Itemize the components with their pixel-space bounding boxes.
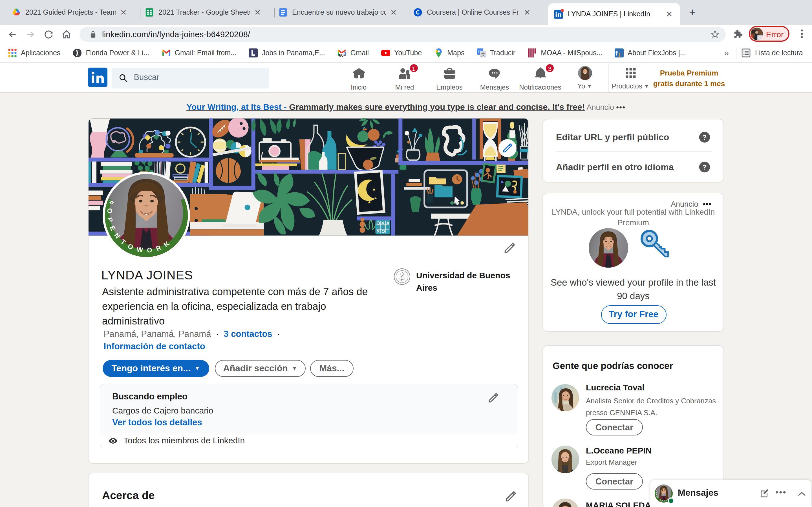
svg-text:文: 文: [481, 52, 486, 57]
svg-text:?: ?: [703, 163, 707, 171]
svg-text:j: j: [619, 51, 620, 57]
svg-text:f: f: [615, 50, 618, 57]
svg-text:60+: 60+: [339, 52, 347, 57]
svg-text:?: ?: [703, 133, 707, 141]
